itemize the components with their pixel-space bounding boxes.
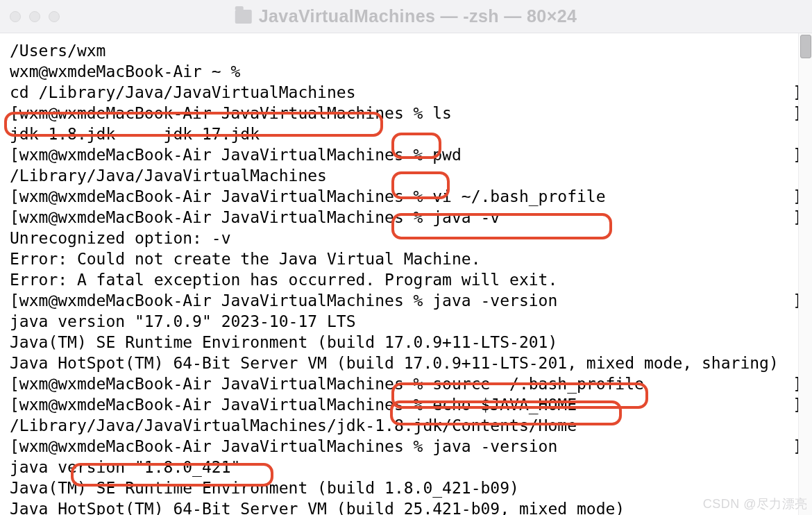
terminal-line-text: [wxm@wxmdeMacBook-Air JavaVirtualMachine…: [10, 373, 644, 394]
terminal-line-right-bracket: ]: [452, 103, 802, 124]
terminal-line-right-bracket: ]: [557, 436, 802, 457]
terminal-line: jdk-1.8.jdk jdk-17.jdk: [10, 124, 802, 144]
window-traffic-lights: [10, 11, 60, 22]
terminal-line: wxm@wxmdeMacBook-Air ~ %: [10, 61, 802, 82]
minimize-window-button[interactable]: [29, 11, 40, 22]
close-window-button[interactable]: [10, 11, 21, 22]
window-title: JavaVirtualMachines — -zsh — 80×24: [235, 6, 577, 26]
terminal-line-text: [wxm@wxmdeMacBook-Air JavaVirtualMachine…: [10, 207, 500, 228]
terminal-viewport: /Users/wxmwxm@wxmdeMacBook-Air ~ %cd /Li…: [0, 33, 812, 515]
terminal-line-text: [wxm@wxmdeMacBook-Air JavaVirtualMachine…: [10, 290, 557, 311]
terminal-line-text: [wxm@wxmdeMacBook-Air JavaVirtualMachine…: [10, 144, 462, 165]
terminal-line: Error: A fatal exception has occurred. P…: [10, 269, 802, 290]
terminal-line: Java(TM) SE Runtime Environment (build 1…: [10, 332, 802, 353]
terminal-line: java version "1.8.0_421": [10, 457, 802, 478]
scrollbar-track[interactable]: [798, 33, 812, 515]
terminal-line-text: wxm@wxmdeMacBook-Air ~ %: [10, 61, 240, 82]
terminal-line-text: [wxm@wxmdeMacBook-Air JavaVirtualMachine…: [10, 436, 557, 457]
terminal-line-text: /Library/Java/JavaVirtualMachines: [10, 165, 327, 186]
terminal-line-right-bracket: ]: [557, 290, 802, 311]
terminal-line: java version "17.0.9" 2023-10-17 LTS: [10, 311, 802, 332]
terminal-line: cd /Library/Java/JavaVirtualMachines]: [10, 82, 802, 103]
folder-icon: [235, 10, 252, 24]
terminal-line-text: /Users/wxm: [10, 40, 105, 61]
terminal-line: [wxm@wxmdeMacBook-Air JavaVirtualMachine…: [10, 394, 802, 415]
terminal-line: /Library/Java/JavaVirtualMachines/jdk-1.…: [10, 415, 802, 436]
terminal-line-text: cd /Library/Java/JavaVirtualMachines: [10, 82, 356, 103]
terminal-line: [wxm@wxmdeMacBook-Air JavaVirtualMachine…: [10, 436, 802, 457]
scrollbar-thumb[interactable]: [800, 35, 811, 58]
window-titlebar: JavaVirtualMachines — -zsh — 80×24: [0, 0, 812, 33]
terminal-line: Unrecognized option: -v: [10, 228, 802, 248]
terminal-line-text: [wxm@wxmdeMacBook-Air JavaVirtualMachine…: [10, 394, 577, 415]
terminal-line-text: Java(TM) SE Runtime Environment (build 1…: [10, 332, 557, 353]
watermark-text: CSDN @尽力漂亮: [703, 496, 808, 512]
terminal-line-text: Java(TM) SE Runtime Environment (build 1…: [10, 478, 519, 498]
terminal-line-text: [wxm@wxmdeMacBook-Air JavaVirtualMachine…: [10, 186, 606, 207]
terminal-line: [wxm@wxmdeMacBook-Air JavaVirtualMachine…: [10, 207, 802, 228]
terminal-line-right-bracket: ]: [500, 207, 802, 228]
terminal-line: [wxm@wxmdeMacBook-Air JavaVirtualMachine…: [10, 144, 802, 165]
terminal-line-text: Error: A fatal exception has occurred. P…: [10, 269, 557, 290]
terminal-line: Java HotSpot(TM) 64-Bit Server VM (build…: [10, 498, 802, 515]
terminal-content[interactable]: /Users/wxmwxm@wxmdeMacBook-Air ~ %cd /Li…: [0, 33, 812, 515]
terminal-line: [wxm@wxmdeMacBook-Air JavaVirtualMachine…: [10, 290, 802, 311]
terminal-line: /Library/Java/JavaVirtualMachines: [10, 165, 802, 186]
terminal-line-text: /Library/Java/JavaVirtualMachines/jdk-1.…: [10, 415, 577, 436]
terminal-line: Error: Could not create the Java Virtual…: [10, 248, 802, 269]
terminal-line: Java(TM) SE Runtime Environment (build 1…: [10, 478, 802, 498]
terminal-line: Java HotSpot(TM) 64-Bit Server VM (build…: [10, 353, 802, 373]
window-title-text: JavaVirtualMachines — -zsh — 80×24: [259, 6, 577, 26]
terminal-line-text: java version "1.8.0_421": [10, 457, 240, 478]
terminal-line: /Users/wxm: [10, 40, 802, 61]
terminal-line-right-bracket: ]: [462, 144, 802, 165]
terminal-line-right-bracket: ]: [644, 373, 802, 394]
terminal-line-text: java version "17.0.9" 2023-10-17 LTS: [10, 311, 356, 332]
terminal-line-right-bracket: ]: [356, 82, 803, 103]
zoom-window-button[interactable]: [49, 11, 60, 22]
terminal-line: [wxm@wxmdeMacBook-Air JavaVirtualMachine…: [10, 373, 802, 394]
terminal-line-text: Unrecognized option: -v: [10, 228, 231, 248]
terminal-line-text: [wxm@wxmdeMacBook-Air JavaVirtualMachine…: [10, 103, 452, 124]
terminal-line-right-bracket: ]: [606, 186, 802, 207]
terminal-line: [wxm@wxmdeMacBook-Air JavaVirtualMachine…: [10, 103, 802, 124]
terminal-line-text: Error: Could not create the Java Virtual…: [10, 248, 481, 269]
terminal-line-text: Java HotSpot(TM) 64-Bit Server VM (build…: [10, 498, 625, 515]
terminal-line: [wxm@wxmdeMacBook-Air JavaVirtualMachine…: [10, 186, 802, 207]
terminal-line-text: jdk-1.8.jdk jdk-17.jdk: [10, 124, 260, 144]
terminal-line-right-bracket: ]: [577, 394, 802, 415]
terminal-line-text: Java HotSpot(TM) 64-Bit Server VM (build…: [10, 353, 779, 373]
